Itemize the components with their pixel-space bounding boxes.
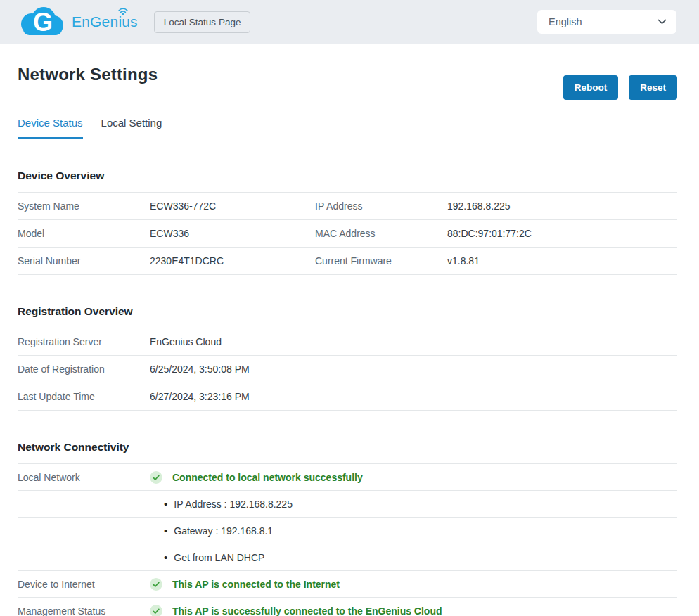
field-value: ECW336 [150,228,315,239]
top-header: G EnGenius Local Status Page English [0,0,699,44]
logo-text: EnGenius [72,13,138,30]
tab-device-status[interactable]: Device Status [18,117,83,139]
list-item: • IP Address : 192.168.8.225 [164,499,677,510]
field-label: System Name [18,200,150,212]
field-label: IP Address [315,200,447,212]
detail-text: Gateway : 192.168.8.1 [174,525,273,537]
device-overview-section: Device Overview System Name ECW336-772C … [18,169,677,275]
head-buttons: Reboot Reset [563,75,677,100]
field-label: Management Status [18,605,150,616]
status-text: Connected to local network successfully [172,472,363,483]
cloud-logo-icon: G [18,5,65,39]
field-value: EnGenius Cloud [150,336,677,347]
reboot-button[interactable]: Reboot [563,75,619,100]
table-row: Date of Registration 6/25/2024, 3:50:08 … [18,356,677,383]
registration-overview-title: Registration Overview [18,305,677,318]
list-item: • Gateway : 192.168.8.1 [164,525,677,537]
field-value: ECW336-772C [150,200,315,212]
field-value: v1.8.81 [447,255,677,267]
status-text: This AP is successfully connected to the… [172,605,442,616]
detail-text: IP Address : 192.168.8.225 [174,499,293,510]
check-circle-icon [150,605,162,616]
language-select[interactable]: English [537,10,676,34]
bullet-dot: • [164,552,167,563]
field-label: Model [18,228,150,239]
local-status-page-button[interactable]: Local Status Page [154,11,251,33]
field-value: 192.168.8.225 [447,200,677,212]
field-value: 6/25/2024, 3:50:08 PM [150,364,677,375]
table-row-detail: • IP Address : 192.168.8.225 [18,491,677,518]
table-row: Model ECW336 MAC Address 88:DC:97:01:77:… [18,220,677,248]
field-label: MAC Address [315,228,447,239]
list-item: • Get from LAN DHCP [164,552,677,563]
device-overview-table: System Name ECW336-772C IP Address 192.1… [18,192,677,275]
table-row-detail: • Get from LAN DHCP [18,544,677,571]
registration-overview-table: Registration Server EnGenius Cloud Date … [18,328,677,411]
field-label: Current Firmware [315,255,447,267]
field-value: 88:DC:97:01:77:2C [447,228,677,239]
reset-button[interactable]: Reset [629,75,677,100]
table-row-management-status: Management Status This AP is successfull… [18,598,677,616]
registration-overview-section: Registration Overview Registration Serve… [18,305,677,411]
field-label: Date of Registration [18,364,150,375]
network-connectivity-section: Network Connectivity Local Network Conne… [18,441,677,616]
field-label: Last Update Time [18,391,150,402]
table-row-local-network: Local Network Connected to local network… [18,464,677,491]
table-row-device-to-internet: Device to Internet This AP is connected … [18,571,677,598]
network-connectivity-table: Local Network Connected to local network… [18,463,677,616]
status-text: This AP is connected to the Internet [172,579,340,590]
table-row: Registration Server EnGenius Cloud [18,328,677,356]
table-row: Last Update Time 6/27/2024, 3:23:16 PM [18,383,677,411]
table-row: Serial Number 2230E4T1DCRC Current Firmw… [18,248,677,275]
page-title: Network Settings [18,65,158,83]
field-label: Device to Internet [18,579,150,590]
tab-bar: Device Status Local Setting [18,117,677,139]
field-label: Serial Number [18,255,150,267]
check-circle-icon [150,471,162,484]
device-overview-title: Device Overview [18,169,677,182]
status-badge: This AP is successfully connected to the… [150,605,677,616]
svg-text:G: G [33,8,53,37]
main-content: Network Settings Reboot Reset Device Sta… [0,65,699,616]
field-value: 2230E4T1DCRC [150,255,315,267]
chevron-down-icon [658,19,667,25]
wifi-icon [117,8,129,15]
language-selected-value: English [549,16,582,27]
bullet-dot: • [164,499,167,509]
detail-text: Get from LAN DHCP [174,552,264,563]
field-value: 6/27/2024, 3:23:16 PM [150,391,677,402]
network-connectivity-title: Network Connectivity [18,441,677,454]
check-circle-icon [150,578,162,591]
engenius-logo: G EnGenius [18,5,138,39]
status-badge: Connected to local network successfully [150,471,677,484]
field-label: Registration Server [18,336,150,347]
table-row: System Name ECW336-772C IP Address 192.1… [18,193,677,220]
status-badge: This AP is connected to the Internet [150,578,677,591]
tab-local-setting[interactable]: Local Setting [101,117,162,139]
bullet-dot: • [164,525,167,536]
table-row-detail: • Gateway : 192.168.8.1 [18,518,677,544]
page-head: Network Settings Reboot Reset [18,65,677,100]
field-label: Local Network [18,472,150,483]
